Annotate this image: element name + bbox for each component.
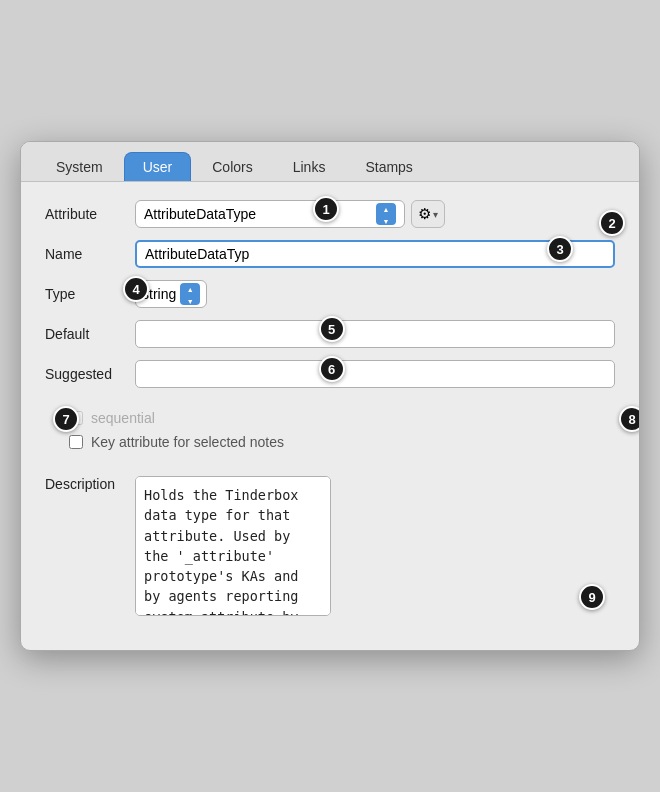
tab-links[interactable]: Links	[274, 152, 345, 181]
sequential-checkbox[interactable]	[69, 411, 83, 425]
callout-9: 9	[579, 584, 605, 610]
tab-bar: System User Colors Links Stamps	[21, 142, 639, 182]
name-row: Name 3	[45, 240, 615, 268]
sequential-label: sequential	[91, 410, 155, 426]
key-attribute-checkbox[interactable]	[69, 435, 83, 449]
gear-icon: ⚙	[418, 205, 431, 223]
attribute-stepper[interactable]	[376, 203, 396, 225]
type-value: string	[142, 286, 176, 302]
attribute-value: AttributeDataType	[144, 206, 372, 222]
attribute-label: Attribute	[45, 206, 135, 222]
type-stepper[interactable]	[180, 283, 200, 305]
type-arrow-down-icon	[187, 294, 194, 306]
arrow-down-icon	[383, 214, 390, 226]
callout-8: 8	[619, 406, 640, 432]
default-row: Default 5	[45, 320, 615, 348]
key-attribute-row: Key attribute for selected notes	[69, 434, 615, 450]
arrow-up-icon	[383, 202, 390, 214]
type-label: Type	[45, 286, 135, 302]
tab-system[interactable]: System	[37, 152, 122, 181]
name-label: Name	[45, 246, 135, 262]
type-row: Type string 4	[45, 280, 615, 308]
attribute-dropdown[interactable]: AttributeDataType	[135, 200, 405, 228]
default-input[interactable]	[135, 320, 615, 348]
type-select[interactable]: string	[135, 280, 207, 308]
main-window: System User Colors Links Stamps Attribut…	[20, 141, 640, 651]
tab-colors[interactable]: Colors	[193, 152, 271, 181]
sequential-row: sequential 7 8	[69, 410, 615, 426]
tab-stamps[interactable]: Stamps	[346, 152, 431, 181]
suggested-label: Suggested	[45, 366, 135, 382]
chevron-down-icon: ▾	[433, 209, 438, 220]
attribute-row: Attribute AttributeDataType ⚙ ▾ 1 2	[45, 200, 615, 228]
description-textarea[interactable]: Holds the Tinderbox data type for that a…	[135, 476, 331, 616]
description-label: Description	[45, 476, 135, 492]
callout-2: 2	[599, 210, 625, 236]
form-content: Attribute AttributeDataType ⚙ ▾ 1 2 Name	[21, 182, 639, 630]
type-arrow-up-icon	[187, 282, 194, 294]
default-label: Default	[45, 326, 135, 342]
suggested-input[interactable]	[135, 360, 615, 388]
gear-button[interactable]: ⚙ ▾	[411, 200, 445, 228]
description-row: Description Holds the Tinderbox data typ…	[45, 476, 615, 620]
key-attribute-label: Key attribute for selected notes	[91, 434, 284, 450]
tab-user[interactable]: User	[124, 152, 192, 181]
name-input[interactable]	[135, 240, 615, 268]
suggested-row: Suggested 6	[45, 360, 615, 388]
